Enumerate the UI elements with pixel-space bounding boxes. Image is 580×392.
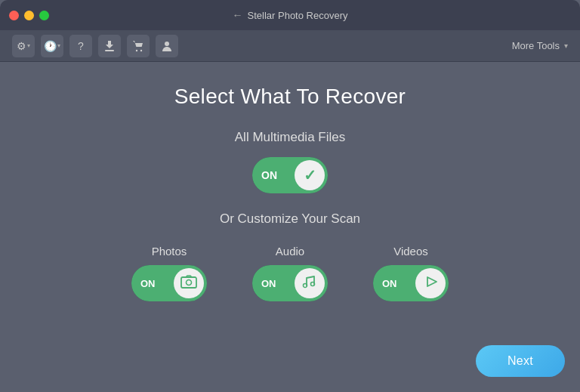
- minimize-button[interactable]: [24, 11, 34, 20]
- videos-toggle-label: ON: [382, 278, 397, 289]
- audio-toggle[interactable]: ON: [252, 265, 328, 301]
- main-content: Select What To Recover All Multimedia Fi…: [0, 62, 580, 316]
- videos-label: Videos: [393, 245, 428, 258]
- customize-section: Or Customize Your Scan Photos ON: [15, 211, 565, 301]
- videos-toggle-thumb: [415, 268, 446, 298]
- toolbar: ⚙▾ 🕐▾ ?: [0, 30, 580, 62]
- audio-toggle-label: ON: [261, 278, 276, 289]
- multimedia-section: All Multimedia Files ON ✓: [235, 130, 345, 193]
- more-tools-label: More Tools: [512, 40, 560, 51]
- svg-point-7: [311, 282, 315, 286]
- svg-rect-0: [105, 50, 114, 51]
- customize-label: Or Customize Your Scan: [220, 211, 360, 227]
- photos-toggle[interactable]: ON: [131, 265, 207, 301]
- svg-point-2: [140, 49, 142, 51]
- next-button[interactable]: Next: [476, 345, 565, 377]
- customize-row: Photos ON: [131, 245, 449, 301]
- history-icon[interactable]: 🕐▾: [41, 35, 63, 57]
- more-tools-caret: ▾: [564, 42, 568, 50]
- audio-toggle-thumb: [295, 268, 325, 298]
- multimedia-toggle-thumb: ✓: [295, 160, 325, 190]
- settings-icon[interactable]: ⚙▾: [12, 35, 35, 57]
- svg-marker-8: [427, 277, 437, 286]
- close-button[interactable]: [9, 11, 19, 20]
- svg-point-5: [187, 279, 192, 285]
- app-title: Stellar Photo Recovery: [248, 10, 348, 21]
- download-icon[interactable]: [98, 35, 121, 57]
- photo-icon: [180, 275, 197, 292]
- svg-point-3: [165, 42, 169, 46]
- title-bar: ← Stellar Photo Recovery: [0, 0, 580, 30]
- audio-item: Audio ON: [252, 245, 328, 301]
- check-icon: ✓: [304, 166, 316, 184]
- page-title: Select What To Recover: [174, 85, 406, 109]
- videos-toggle[interactable]: ON: [373, 265, 449, 301]
- photos-item: Photos ON: [131, 245, 207, 301]
- multimedia-label: All Multimedia Files: [235, 130, 345, 145]
- videos-item: Videos ON: [373, 245, 449, 301]
- title-bar-center: ← Stellar Photo Recovery: [233, 9, 348, 21]
- video-icon: [422, 274, 439, 293]
- window-controls: [9, 11, 49, 20]
- maximize-button[interactable]: [39, 11, 49, 20]
- svg-rect-4: [181, 277, 196, 288]
- toolbar-left: ⚙▾ 🕐▾ ?: [12, 35, 178, 57]
- account-icon[interactable]: [156, 35, 178, 57]
- more-tools-button[interactable]: More Tools ▾: [512, 40, 568, 51]
- help-icon[interactable]: ?: [69, 35, 92, 57]
- svg-point-6: [304, 283, 307, 287]
- photos-toggle-thumb: [174, 268, 204, 298]
- audio-label: Audio: [276, 245, 304, 258]
- svg-point-1: [136, 49, 137, 51]
- cart-icon[interactable]: [127, 35, 150, 57]
- multimedia-toggle-label: ON: [261, 169, 277, 181]
- back-icon[interactable]: ←: [233, 9, 243, 21]
- photos-label: Photos: [152, 245, 187, 258]
- multimedia-toggle[interactable]: ON ✓: [252, 157, 328, 193]
- audio-icon: [301, 274, 318, 293]
- photos-toggle-label: ON: [140, 278, 156, 289]
